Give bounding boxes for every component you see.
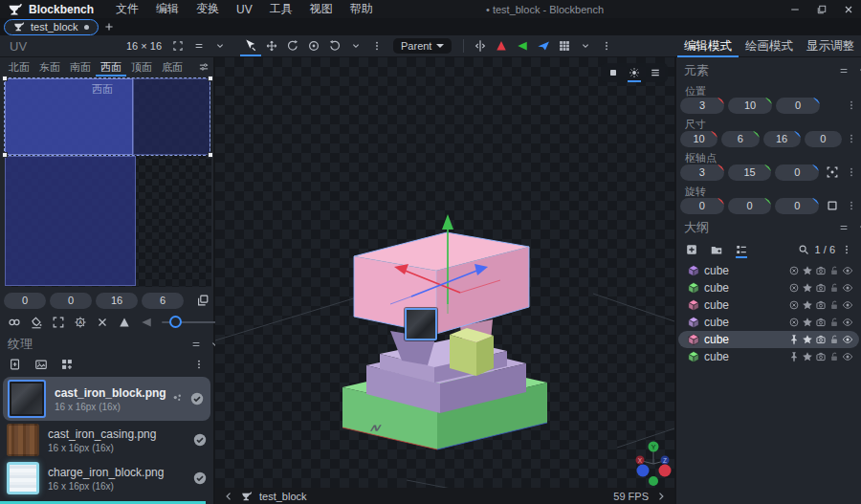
shading-sun-icon[interactable] (624, 63, 645, 82)
panel-collapse-icon[interactable] (857, 222, 861, 233)
uv-maximize-icon[interactable] (52, 316, 65, 329)
uv-handle-tl[interactable] (2, 76, 8, 81)
pin-icon[interactable] (788, 351, 800, 362)
lock-toggle-icon[interactable] (828, 282, 840, 294)
uv-frame-icon[interactable] (167, 35, 188, 56)
viewport-3d[interactable]: Y X Z N (215, 57, 674, 488)
rotate-tool-button[interactable] (282, 35, 303, 56)
particles-icon[interactable] (171, 392, 185, 405)
create-texture-icon[interactable] (34, 358, 48, 371)
new-tab-button[interactable] (99, 18, 120, 35)
size-y-input[interactable]: 6 (721, 131, 759, 147)
outliner-kebab-icon[interactable] (841, 244, 852, 255)
position-z-input[interactable]: 0 (776, 98, 820, 114)
visibility-toggle-icon[interactable] (842, 265, 853, 276)
face-tab-south[interactable]: 南面 (65, 57, 96, 77)
uv-link-icon[interactable] (8, 316, 21, 329)
wireframe-toggle-icon[interactable] (603, 63, 624, 82)
lock-toggle-icon[interactable] (828, 265, 840, 276)
position-x-input[interactable]: 3 (680, 98, 724, 114)
vertex-snap-tool-button[interactable] (324, 35, 345, 56)
cube-row-selected[interactable]: cube (678, 331, 859, 348)
cone-green-icon[interactable] (512, 35, 533, 56)
autouv-toggle-icon[interactable] (815, 317, 827, 328)
panel-collapse-icon[interactable] (857, 65, 861, 77)
pivot-z-input[interactable]: 0 (775, 164, 819, 181)
face-tab-west[interactable]: 西面 (96, 57, 126, 77)
cube-row[interactable]: cube (678, 314, 859, 331)
size-stretch-input[interactable]: 0 (805, 131, 842, 147)
uv-width-input[interactable]: 16 (96, 293, 138, 309)
view-chevron-icon[interactable] (575, 35, 596, 56)
mirror-y-icon[interactable] (140, 316, 153, 329)
texture-check-icon[interactable] (189, 391, 205, 406)
view-kebab-icon[interactable] (596, 35, 617, 56)
tools-chevron-icon[interactable] (345, 35, 366, 56)
visibility-toggle-icon[interactable] (842, 351, 853, 362)
textures-kebab-icon[interactable] (193, 359, 205, 370)
uv-handle-bl[interactable] (2, 152, 8, 158)
plane-blue-icon[interactable] (533, 35, 554, 56)
shading-toggle-icon[interactable] (802, 265, 813, 276)
cube-row[interactable]: cube (678, 348, 859, 365)
menu-uv[interactable]: UV (228, 3, 261, 16)
clear-uv-icon[interactable] (96, 316, 109, 329)
copy-uv-icon[interactable] (196, 294, 210, 307)
sidebar-back-icon[interactable] (223, 491, 234, 502)
model-pink-slab-selected[interactable] (354, 232, 529, 334)
outliner-view-toggle[interactable] (735, 243, 748, 256)
minimize-button[interactable] (783, 0, 807, 18)
kebab-icon[interactable] (846, 133, 857, 144)
texture-row-selected[interactable]: cast_iron_block.png 16 x 16px (16x) (3, 377, 210, 421)
texture-check-icon[interactable] (192, 432, 208, 448)
export-toggle-icon[interactable] (788, 265, 800, 276)
face-texture-preview[interactable] (405, 308, 437, 340)
tab-display-mode[interactable]: 显示调整 (800, 35, 861, 57)
uv-face-rect-lower[interactable] (5, 156, 136, 286)
import-texture-icon[interactable] (9, 358, 22, 371)
kebab-icon[interactable] (846, 99, 857, 111)
rotation-space-button[interactable] (823, 198, 842, 214)
viewport-menu-icon[interactable] (645, 63, 666, 82)
cone-red-icon[interactable] (491, 35, 512, 56)
mirror-x-icon[interactable] (118, 316, 131, 329)
autouv-toggle-icon[interactable] (815, 334, 827, 345)
tab-test-block[interactable]: test_block (4, 19, 99, 35)
texture-check-icon[interactable] (192, 471, 208, 486)
uv-canvas[interactable]: 西面 (5, 78, 211, 287)
texture-row[interactable]: charge_iron_block.png 16 x 16px (16x) (0, 459, 213, 497)
resize-tool-button[interactable] (261, 35, 282, 56)
shading-toggle-icon[interactable] (802, 299, 813, 311)
uv-rotation-slider[interactable] (162, 316, 217, 329)
pivot-x-input[interactable]: 3 (680, 164, 724, 181)
texture-row[interactable]: cast_iron_casing.png 16 x 16px (16x) (0, 421, 213, 459)
export-toggle-icon[interactable] (788, 299, 800, 311)
pivot-y-input[interactable]: 15 (728, 164, 772, 181)
cube-row[interactable]: cube (678, 262, 859, 279)
menu-transform[interactable]: 变换 (188, 1, 228, 17)
cube-row[interactable]: cube (678, 296, 859, 314)
position-y-input[interactable]: 10 (728, 98, 772, 114)
panel-menu-icon[interactable] (838, 222, 850, 233)
size-z-input[interactable]: 16 (763, 131, 801, 147)
paint-bucket-icon[interactable] (30, 316, 43, 329)
panel-menu-icon[interactable] (190, 339, 202, 350)
shading-toggle-icon[interactable] (802, 317, 813, 328)
visibility-toggle-icon[interactable] (842, 334, 853, 345)
pivot-focus-button[interactable] (823, 164, 842, 181)
uv-face-rect-selected[interactable]: 西面 (5, 78, 133, 155)
uv-x-input[interactable]: 0 (4, 293, 46, 309)
cube-row[interactable]: cube (678, 279, 859, 296)
uv-options-icon[interactable] (198, 61, 210, 73)
autouv-toggle-icon[interactable] (815, 265, 827, 276)
rotation-z-input[interactable]: 0 (775, 198, 819, 214)
add-cube-button[interactable] (685, 243, 698, 256)
search-icon[interactable] (798, 244, 809, 255)
tools-kebab-icon[interactable] (366, 35, 387, 56)
grid-icon[interactable] (554, 35, 575, 56)
menu-tools[interactable]: 工具 (261, 1, 301, 17)
transform-space-dropdown[interactable]: Parent (393, 38, 452, 54)
model-green-box[interactable] (450, 328, 494, 376)
menu-edit[interactable]: 编辑 (147, 1, 188, 17)
shading-toggle-icon[interactable] (802, 334, 813, 345)
